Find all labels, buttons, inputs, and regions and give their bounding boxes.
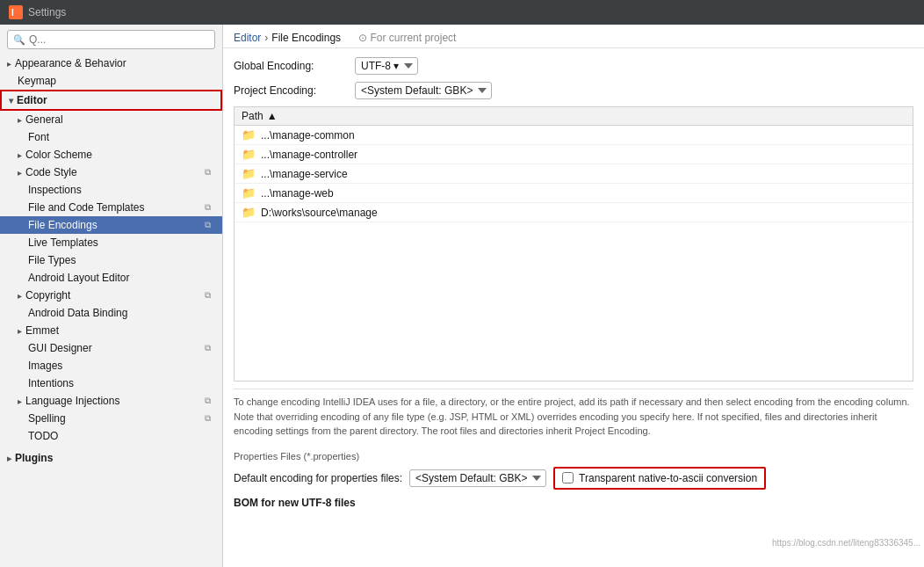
sidebar-item-android-data-binding[interactable]: Android Data Binding: [0, 304, 222, 322]
sidebar-item-file-types[interactable]: File Types: [0, 251, 222, 269]
table-row[interactable]: 📁 ...\manage-common: [235, 126, 913, 145]
sidebar-item-gui-designer[interactable]: GUI Designer ⧉: [0, 339, 222, 357]
search-input[interactable]: [29, 33, 209, 46]
sidebar-item-label: Android Layout Editor: [28, 272, 129, 284]
copy-icon-file-encodings: ⧉: [205, 220, 215, 230]
sidebar-item-color-scheme[interactable]: Color Scheme: [0, 146, 222, 164]
expand-arrow-emmet: [18, 326, 22, 336]
title-bar: I Settings: [0, 0, 924, 25]
table-row[interactable]: 📁 ...\manage-web: [235, 184, 913, 203]
folder-icon: 📁: [242, 128, 256, 142]
sidebar-item-label: Color Scheme: [25, 149, 92, 161]
path-table: Path ▲ 📁 ...\manage-common 📁 ...\manage-…: [234, 106, 913, 382]
transparent-conversion-checkbox[interactable]: [562, 472, 574, 483]
sidebar-item-label: Copyright: [25, 289, 70, 302]
sidebar-item-copyright[interactable]: Copyright ⧉: [0, 287, 222, 304]
content-area: Editor › File Encodings ⊙ For current pr…: [223, 25, 924, 567]
project-encoding-row: Project Encoding: <System Default: GBK>: [234, 82, 913, 99]
sidebar-item-keymap[interactable]: Keymap: [0, 72, 222, 90]
sidebar-item-intentions[interactable]: Intentions: [0, 374, 222, 392]
folder-icon: 📁: [242, 206, 256, 219]
sidebar-item-android-layout-editor[interactable]: Android Layout Editor: [0, 269, 222, 287]
sidebar-item-label: Keymap: [18, 75, 56, 87]
search-box[interactable]: 🔍: [7, 30, 215, 49]
expand-arrow-editor: [9, 96, 13, 105]
copy-icon-language-injections: ⧉: [205, 396, 215, 406]
sidebar-item-images[interactable]: Images: [0, 357, 222, 374]
default-encoding-label: Default encoding for properties files:: [234, 472, 402, 484]
sidebar-item-label: Emmet: [25, 324, 59, 337]
path-table-header: Path ▲: [235, 107, 913, 126]
project-encoding-select[interactable]: <System Default: GBK>: [355, 82, 492, 99]
main-layout: 🔍 Appearance & Behavior Keymap Editor Ge…: [0, 25, 924, 567]
copy-icon-file-templates: ⧉: [205, 202, 215, 213]
global-encoding-row: Global Encoding: UTF-8 ▾: [234, 57, 913, 75]
path-value: ...\manage-web: [261, 187, 334, 200]
sidebar-item-label: Plugins: [15, 452, 53, 464]
info-text: To change encoding IntelliJ IDEA uses fo…: [234, 389, 913, 444]
sidebar-item-inspections[interactable]: Inspections: [0, 181, 222, 199]
sidebar-item-label: Live Templates: [28, 236, 98, 249]
sidebar-item-file-code-templates[interactable]: File and Code Templates ⧉: [0, 199, 222, 216]
sidebar-item-label: Code Style: [25, 166, 77, 178]
settings-panel: Global Encoding: UTF-8 ▾ Project Encodin…: [223, 48, 924, 567]
folder-icon: 📁: [242, 167, 256, 180]
sidebar-item-language-injections[interactable]: Language Injections ⧉: [0, 392, 222, 410]
expand-arrow-appearance: [7, 59, 11, 69]
global-encoding-label: Global Encoding:: [234, 60, 348, 72]
app-icon: I: [9, 5, 23, 19]
sidebar-item-file-encodings[interactable]: File Encodings ⧉: [0, 216, 222, 234]
expand-arrow-language-injections: [18, 396, 22, 406]
svg-text:I: I: [11, 8, 14, 18]
title-bar-text: Settings: [28, 6, 66, 18]
transparent-conversion-label: Transparent native-to-ascii conversion: [579, 472, 757, 484]
sidebar-item-label: Intentions: [28, 377, 74, 389]
sort-indicator[interactable]: ▲: [267, 110, 278, 122]
transparent-conversion-container[interactable]: Transparent native-to-ascii conversion: [553, 467, 766, 490]
sidebar-item-label: Language Injections: [25, 395, 119, 407]
sidebar-item-label: Images: [28, 360, 62, 372]
breadcrumb: Editor › File Encodings ⊙ For current pr…: [223, 25, 924, 48]
sidebar-item-label: TODO: [28, 430, 58, 442]
copy-icon-gui-designer: ⧉: [205, 343, 215, 353]
breadcrumb-parent[interactable]: Editor: [234, 32, 261, 44]
copy-icon-copyright: ⧉: [205, 290, 215, 301]
sidebar-item-font[interactable]: Font: [0, 128, 222, 146]
sidebar-item-code-style[interactable]: Code Style ⧉: [0, 164, 222, 181]
path-column-header: Path: [242, 110, 263, 122]
expand-arrow-plugins: [7, 454, 11, 463]
bom-label: BOM for new UTF-8 files: [234, 497, 356, 509]
sidebar-item-label: Editor: [17, 94, 47, 106]
sidebar-item-emmet[interactable]: Emmet: [0, 322, 222, 339]
sidebar-item-plugins[interactable]: Plugins: [0, 448, 222, 466]
sidebar-item-general[interactable]: General: [0, 111, 222, 128]
expand-arrow-color-scheme: [18, 150, 22, 160]
path-value: ...\manage-service: [261, 168, 348, 180]
sidebar-item-label: Appearance & Behavior: [15, 57, 126, 69]
path-value: ...\manage-controller: [261, 149, 357, 161]
properties-encoding-select[interactable]: <System Default: GBK>: [409, 469, 546, 487]
table-row[interactable]: 📁 ...\manage-controller: [235, 145, 913, 164]
sidebar-item-label: Spelling: [28, 412, 66, 425]
sidebar-item-label: Android Data Binding: [28, 307, 127, 319]
sidebar-item-editor[interactable]: Editor: [0, 90, 222, 111]
project-encoding-label: Project Encoding:: [234, 84, 348, 97]
sidebar-item-spelling[interactable]: Spelling ⧉: [0, 410, 222, 427]
sidebar-item-label: GUI Designer: [28, 342, 92, 354]
table-row[interactable]: 📁 ...\manage-service: [235, 164, 913, 184]
copy-icon-spelling: ⧉: [205, 413, 215, 424]
path-value: D:\works\source\manage: [261, 207, 378, 219]
table-row[interactable]: 📁 D:\works\source\manage: [235, 203, 913, 222]
breadcrumb-current: File Encodings: [271, 32, 341, 44]
global-encoding-select[interactable]: UTF-8 ▾: [355, 57, 418, 75]
folder-icon: 📁: [242, 148, 256, 161]
sidebar-item-live-templates[interactable]: Live Templates: [0, 234, 222, 251]
sidebar-item-todo[interactable]: TODO: [0, 427, 222, 445]
breadcrumb-note: ⊙ For current project: [358, 32, 456, 44]
sidebar-item-label: File Types: [28, 254, 76, 266]
sidebar-item-label: File Encodings: [28, 219, 97, 231]
expand-arrow-general: [18, 115, 22, 125]
copy-icon-code-style: ⧉: [205, 167, 215, 178]
sidebar-item-appearance[interactable]: Appearance & Behavior: [0, 55, 222, 72]
sidebar: 🔍 Appearance & Behavior Keymap Editor Ge…: [0, 25, 223, 567]
